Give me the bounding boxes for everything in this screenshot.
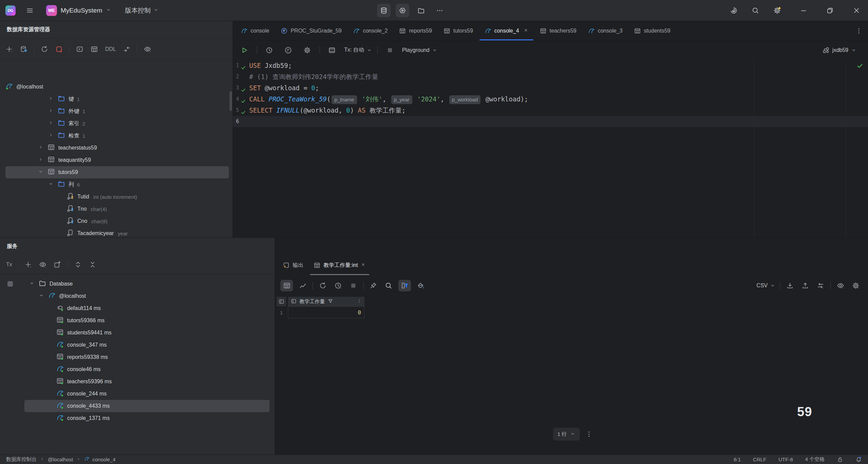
services-tree-row[interactable]: console_4433 ms <box>24 400 270 412</box>
services-tree-row[interactable]: default114 ms <box>24 302 270 314</box>
services-tree-row[interactable]: Database <box>24 278 270 290</box>
pager-more-button[interactable] <box>583 428 595 441</box>
chevron-down-icon[interactable] <box>39 293 46 299</box>
explorer-tree-row[interactable]: @localhost <box>5 81 229 93</box>
results-refresh-button[interactable] <box>317 280 328 291</box>
explorer-tree-row[interactable]: Tutidint (auto increment) <box>5 191 229 203</box>
explorer-disconnect-button[interactable] <box>55 45 63 54</box>
settings-dot-button[interactable] <box>770 4 784 17</box>
results-download-button[interactable] <box>785 280 795 291</box>
chevron-right-icon[interactable] <box>38 157 45 163</box>
explorer-tree-row[interactable]: tutors59 <box>5 166 229 178</box>
results-chart-button[interactable] <box>297 280 308 291</box>
in-editor-results-button[interactable] <box>325 43 339 57</box>
database-button[interactable] <box>377 4 391 17</box>
explorer-tree-row[interactable]: Tnochar(4) <box>5 203 229 215</box>
indent-widget[interactable]: 4 个空格 <box>805 456 825 463</box>
explorer-db-settings-button[interactable] <box>19 45 28 54</box>
search-button[interactable] <box>749 4 762 17</box>
results-upload-button[interactable] <box>800 280 811 291</box>
services-eye-button[interactable] <box>38 260 47 269</box>
explorer-refresh-button[interactable] <box>40 45 49 54</box>
services-tx-button[interactable]: Tx <box>5 261 18 268</box>
value-cell[interactable]: 0 <box>288 306 364 318</box>
history-button[interactable] <box>262 43 276 57</box>
window-minimize-button[interactable] <box>797 4 810 17</box>
window-close-button[interactable] <box>850 4 863 17</box>
lock-open-icon[interactable] <box>837 456 843 463</box>
results-stop-button[interactable] <box>348 280 359 291</box>
results-grid-button[interactable] <box>280 280 293 291</box>
result-tab-grid[interactable]: 教学工作量:int <box>309 255 371 275</box>
explorer-add-button[interactable] <box>5 45 14 54</box>
services-tree-row[interactable]: teachers59396 ms <box>24 375 270 388</box>
column-header[interactable]: 教学工作量 <box>288 297 364 306</box>
row-number-header[interactable] <box>277 297 286 306</box>
notifications-bell-icon[interactable] <box>855 456 862 463</box>
caret-position-widget[interactable]: 6:1 <box>734 457 741 462</box>
explorer-tree-row[interactable]: 键1 <box>5 93 229 105</box>
chevron-right-icon[interactable] <box>38 144 45 151</box>
results-clear-button[interactable] <box>415 280 426 291</box>
explorer-tree-row[interactable]: 检查1 <box>5 130 229 142</box>
page-size-selector[interactable]: 1 行 <box>553 428 580 441</box>
explorer-tree-row[interactable]: 索引2 <box>5 117 229 130</box>
services-expand-all-button[interactable] <box>74 260 82 269</box>
tab-console[interactable]: console <box>235 21 275 40</box>
tab-students59[interactable]: students59 <box>628 21 676 40</box>
services-collapse-all-button[interactable] <box>88 260 97 269</box>
services-add-button[interactable] <box>24 260 33 269</box>
results-eye-button[interactable] <box>835 280 846 291</box>
close-icon[interactable] <box>524 28 528 34</box>
profile-selector[interactable]: Playground <box>402 47 437 53</box>
services-tree-row[interactable]: tutors59366 ms <box>24 314 270 327</box>
chevron-down-icon[interactable] <box>38 169 45 176</box>
chevron-right-icon[interactable] <box>48 96 56 102</box>
close-icon[interactable] <box>361 262 366 268</box>
breadcrumb-console-root[interactable]: 数据库控制台 <box>6 456 37 463</box>
filter-funnel-icon[interactable] <box>328 298 333 305</box>
explorer-tree-row[interactable]: 外键1 <box>5 105 229 117</box>
results-swap-button[interactable] <box>815 280 826 291</box>
services-tree-row[interactable]: console_347 ms <box>24 339 270 351</box>
explorer-tree-row[interactable]: 列6 <box>5 178 229 191</box>
services-tree-row[interactable]: reports59338 ms <box>24 351 270 363</box>
services-tree-row[interactable]: console_244 ms <box>24 388 270 400</box>
results-col-filter-button[interactable] <box>398 280 411 291</box>
explorer-tree-row[interactable]: teaquantity59 <box>5 154 229 166</box>
more-button[interactable] <box>433 4 447 17</box>
tab-tutors59[interactable]: tutors59 <box>438 21 479 40</box>
breadcrumb-datasource[interactable]: @localhost <box>48 457 73 462</box>
tab-console_4[interactable]: console_4 <box>479 21 534 40</box>
ai-button[interactable] <box>727 4 741 17</box>
export-format-selector[interactable]: CSV <box>756 283 775 289</box>
tab-reports59[interactable]: reports59 <box>393 21 438 40</box>
explorer-tree-row[interactable]: teacherstatus59 <box>5 142 229 154</box>
services-tree-row[interactable]: students59441 ms <box>24 327 270 339</box>
schema-selector[interactable]: jxdb59 <box>822 46 856 54</box>
explorer-tree-row[interactable]: Tacademicyearyear <box>5 227 229 237</box>
chevron-right-icon[interactable] <box>48 132 56 139</box>
services-tree-row[interactable]: console_1371 ms <box>24 412 270 424</box>
chevron-right-icon[interactable] <box>48 120 56 127</box>
encoding-widget[interactable]: UTF-8 <box>778 457 793 462</box>
chevron-down-icon[interactable] <box>29 281 37 287</box>
tab-teachers59[interactable]: teachers59 <box>534 21 582 40</box>
chevron-right-icon[interactable] <box>48 108 56 115</box>
tab-console_3[interactable]: console_3 <box>582 21 628 40</box>
explorer-console-run-button[interactable] <box>75 45 84 54</box>
line-ending-widget[interactable]: CRLF <box>753 457 766 462</box>
tab-PROC_StuGrade_59[interactable]: PPROC_StuGrade_59 <box>275 21 347 40</box>
row-number-cell[interactable]: 1 <box>277 306 286 318</box>
services-new-console-button[interactable] <box>53 260 62 269</box>
procedures-button[interactable]: P <box>281 43 295 57</box>
results-history-button[interactable] <box>333 280 343 291</box>
result-tab-output[interactable]: 输出 <box>278 255 309 275</box>
chevron-down-icon[interactable] <box>48 181 56 188</box>
main-menu-button[interactable] <box>23 4 37 17</box>
results-pin-button[interactable] <box>368 280 379 291</box>
services-tree-row[interactable]: console46 ms <box>24 363 270 375</box>
sort-icon[interactable] <box>357 298 362 305</box>
project-selector[interactable]: ME MyEduSystem <box>46 5 111 16</box>
results-settings-plain-button[interactable] <box>850 280 861 291</box>
